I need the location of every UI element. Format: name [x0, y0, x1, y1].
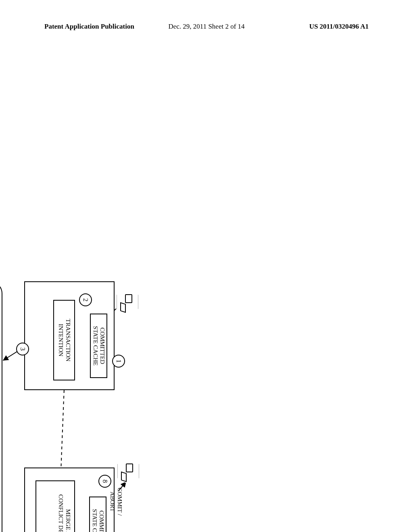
header-right: US 2011/0320496 A1	[261, 23, 369, 31]
transaction-intention-box: TRANSACTION INTENTION	[53, 300, 75, 380]
committed-state-cache-right: COMMITTED STATE CACHE	[90, 497, 107, 532]
merge-conflict-box: MERGE AND CONFLICT DETECTION	[35, 480, 75, 532]
commit-abort-label: COMMIT / ABORT	[109, 488, 123, 515]
header-mid: Dec. 29, 2011 Sheet 2 of 14	[152, 23, 261, 31]
server-left: COMMITTED STATE CACHE TRANSACTION INTENT…	[24, 281, 115, 390]
client-terminal-right	[116, 457, 140, 486]
committed-state-cache-left: COMMITTED STATE CACHE	[90, 314, 108, 378]
step-1: 1	[112, 355, 125, 368]
distributed-log: SCALABLE, RELIABLE DISTRIBUTED LOG	[0, 281, 2, 532]
step-8: 8	[98, 475, 111, 488]
diagram-rotation-wrapper: COMMITTED STATE CACHE TRANSACTION INTENT…	[0, 274, 129, 532]
step-3: 3	[16, 343, 29, 355]
figure-2-diagram: COMMITTED STATE CACHE TRANSACTION INTENT…	[0, 274, 129, 532]
page-header: Patent Application Publication Dec. 29, …	[0, 23, 413, 31]
client-terminal-left	[115, 288, 139, 317]
header-left: Patent Application Publication	[44, 23, 152, 31]
step-2: 2	[79, 293, 92, 306]
